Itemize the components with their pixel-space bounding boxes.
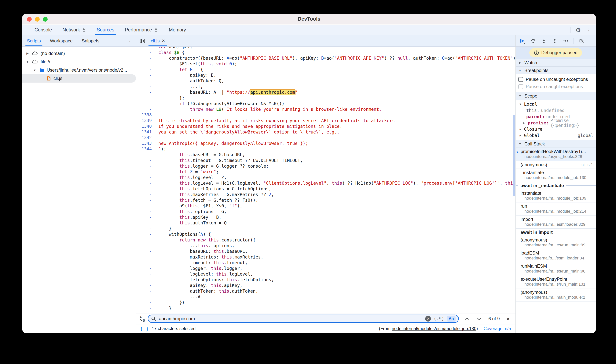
line-number[interactable]: -: [136, 106, 156, 112]
deactivate-breakpoints-icon[interactable]: [579, 38, 585, 44]
line-number[interactable]: -: [136, 61, 156, 67]
section-call-stack[interactable]: ▼ Call Stack: [516, 140, 596, 148]
chevron-right-icon[interactable]: ▶: [522, 121, 526, 125]
chevron-right-icon[interactable]: ▶: [518, 134, 522, 137]
line-number[interactable]: -: [136, 180, 156, 186]
tab-memory[interactable]: Memory: [164, 25, 191, 35]
line-number[interactable]: -: [136, 248, 156, 254]
tree-item-cli-js[interactable]: cli.js: [22, 74, 136, 83]
line-number[interactable]: -: [136, 237, 156, 243]
line-number[interactable]: [136, 47, 156, 50]
line-number[interactable]: -: [136, 243, 156, 248]
line-number[interactable]: 1343: [136, 141, 156, 146]
tab-console[interactable]: Console: [29, 25, 57, 35]
line-number[interactable]: -: [136, 266, 156, 271]
section-breakpoints[interactable]: ▼ Breakpoints: [516, 66, 596, 74]
chevron-down-icon[interactable]: ▼: [33, 69, 37, 72]
regex-toggle[interactable]: (.*): [434, 316, 444, 321]
editor-scrollbar[interactable]: [513, 115, 515, 196]
line-number[interactable]: -: [136, 305, 156, 311]
line-number[interactable]: -: [136, 226, 156, 232]
line-number[interactable]: 1341: [136, 129, 156, 135]
match-case-toggle[interactable]: Aa: [447, 316, 456, 322]
line-number[interactable]: 1339: [136, 118, 156, 123]
scope-section-global[interactable]: ▶Globalglobal: [516, 132, 596, 138]
chevron-right-icon[interactable]: ▶: [25, 52, 29, 55]
line-number[interactable]: -: [136, 294, 156, 299]
zoom-window-button[interactable]: [43, 17, 48, 22]
call-stack-frame[interactable]: importnode:internal/m...esm/loader:329: [516, 216, 596, 229]
scope-variable[interactable]: ▶promise:Promise {<pending>}: [516, 120, 596, 126]
resume-script-icon[interactable]: [519, 38, 525, 44]
call-stack-frame[interactable]: instantiatenode:internal/m...module_job:…: [516, 189, 596, 202]
line-number[interactable]: -: [136, 277, 156, 283]
call-stack-frame[interactable]: _instantiatenode:internal/m...module_job…: [516, 169, 596, 182]
scope-variable[interactable]: this:undefined: [516, 107, 596, 113]
line-number[interactable]: -: [136, 288, 156, 294]
line-number[interactable]: -: [136, 232, 156, 237]
checkbox[interactable]: [518, 77, 523, 82]
line-number[interactable]: -: [136, 95, 156, 101]
call-stack-frame[interactable]: runnode:internal/m...module_job:214: [516, 202, 596, 216]
call-stack-frame[interactable]: executeUserEntryPointnode:internal/m...s…: [516, 275, 596, 288]
call-stack-frame[interactable]: (anonymous)node:internal/m...main_module…: [516, 288, 596, 301]
search-query[interactable]: api.anthropic.com: [159, 316, 422, 321]
minimize-window-button[interactable]: [35, 17, 40, 22]
line-number[interactable]: 1340: [136, 123, 156, 129]
navigator-tab-workspace[interactable]: Workspace: [45, 35, 77, 46]
settings-gear-icon[interactable]: ⚙: [575, 26, 581, 34]
line-number[interactable]: -: [136, 101, 156, 106]
replace-toggle-icon[interactable]: A B: [139, 315, 146, 322]
chevron-down-icon[interactable]: ▼: [518, 103, 522, 106]
step-over-icon[interactable]: [530, 38, 536, 44]
code-editor[interactable]: var Xs0, $F1;-class $8 {- constructor({b…: [136, 47, 516, 313]
line-number[interactable]: -: [136, 169, 156, 175]
line-number[interactable]: 1344: [136, 146, 156, 152]
line-number[interactable]: -: [136, 214, 156, 220]
tree-item--no-domain-[interactable]: ▶(no domain): [22, 49, 136, 58]
line-number[interactable]: 1338: [136, 112, 156, 118]
previous-match-icon[interactable]: [464, 316, 470, 322]
line-number[interactable]: -: [136, 203, 156, 209]
search-input[interactable]: api.anthropic.com ✕ (.*) Aa: [148, 314, 459, 323]
line-number[interactable]: -: [136, 152, 156, 157]
scope-section-local[interactable]: ▼Local: [516, 101, 596, 107]
pretty-print-icon[interactable]: { }: [140, 326, 149, 332]
breakpoint-option[interactable]: Pause on caught exceptions: [518, 83, 596, 90]
line-number[interactable]: -: [136, 299, 156, 305]
call-stack-frame[interactable]: ➤promiseInitHookWithDestroyTr...node:int…: [516, 148, 596, 161]
clear-search-icon[interactable]: ✕: [425, 316, 431, 322]
tab-close-icon[interactable]: ×: [162, 38, 165, 44]
source-link[interactable]: node:internal/modules/esm/module_job:130: [392, 326, 476, 331]
line-number[interactable]: 1342: [136, 135, 156, 141]
navigator-tab-scripts[interactable]: Scripts: [22, 35, 45, 46]
line-number[interactable]: -: [136, 209, 156, 214]
tree-item-file-[interactable]: ▼file://: [22, 58, 136, 66]
navigator-more-icon[interactable]: ⋮: [127, 38, 136, 44]
call-stack-frame[interactable]: (anonymous)node:internal/m...es/run_main…: [516, 236, 596, 249]
chevron-down-icon[interactable]: ▼: [25, 60, 29, 64]
tab-network[interactable]: Network: [57, 25, 92, 35]
step-out-icon[interactable]: [552, 38, 558, 44]
tab-sources[interactable]: Sources: [91, 25, 119, 35]
line-number[interactable]: -: [136, 175, 156, 180]
step-into-icon[interactable]: [541, 38, 547, 44]
tab-performance[interactable]: Performance: [119, 25, 164, 35]
tab-cli-js[interactable]: cli.js ×: [147, 35, 168, 46]
line-number[interactable]: -: [136, 197, 156, 203]
line-number[interactable]: -: [136, 260, 156, 266]
coverage-link[interactable]: Coverage: n/a: [484, 326, 511, 331]
breakpoint-option[interactable]: Pause on uncaught exceptions: [518, 76, 596, 83]
section-scope[interactable]: ▼ Scope: [516, 92, 596, 100]
close-window-button[interactable]: [27, 17, 32, 22]
line-number[interactable]: -: [136, 157, 156, 163]
line-number[interactable]: -: [136, 67, 156, 72]
checkbox[interactable]: [518, 84, 523, 89]
navigator-tab-snippets[interactable]: Snippets: [77, 35, 104, 46]
collapse-navigator-icon[interactable]: [140, 38, 145, 44]
next-match-icon[interactable]: [476, 316, 482, 322]
line-number[interactable]: -: [136, 84, 156, 89]
line-number[interactable]: -: [136, 89, 156, 95]
call-stack-frame[interactable]: loadESMnode:internal/p.../esm_loader:34: [516, 249, 596, 262]
close-search-icon[interactable]: ×: [506, 315, 510, 323]
